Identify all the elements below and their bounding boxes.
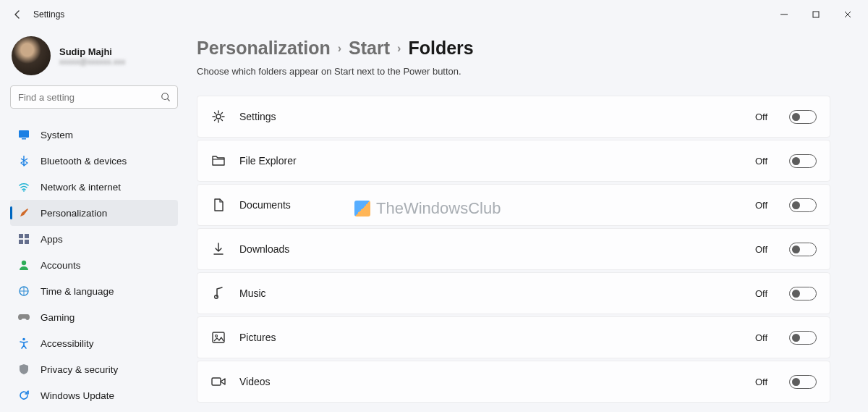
folder-label: Pictures [239,332,742,343]
sidebar-item-label: Network & internet [41,182,121,193]
sidebar-item-label: Time & language [41,286,114,297]
toggle-state-label: Off [755,377,767,387]
system-icon [17,128,30,141]
wifi-icon [17,180,30,193]
close-icon [844,11,851,18]
folder-icon [210,153,226,169]
toggle-settings[interactable] [789,110,817,124]
folder-toggle-list: Settings Off File Explorer Off Documents… [197,96,830,403]
refresh-icon [17,389,30,402]
sidebar-item-label: Windows Update [41,390,114,401]
sidebar-item-privacy[interactable]: Privacy & security [10,356,178,382]
svg-rect-16 [212,378,221,385]
sidebar-item-time-language[interactable]: Time & language [10,278,178,304]
folder-row-music: Music Off [197,272,830,314]
sidebar-item-label: System [41,130,73,140]
sidebar-item-accessibility[interactable]: Accessibility [10,330,178,356]
svg-rect-6 [25,234,29,238]
svg-point-9 [22,261,26,265]
sidebar-item-label: Personalization [41,208,107,219]
sidebar-item-windows-update[interactable]: Windows Update [10,382,178,408]
search [10,85,178,109]
gamepad-icon [17,311,30,324]
minimize-icon [780,11,788,18]
folder-row-documents: Documents Off [197,184,830,226]
paintbrush-icon [17,206,30,219]
sidebar-item-label: Accounts [41,260,81,271]
sidebar-item-bluetooth[interactable]: Bluetooth & devices [10,148,178,174]
svg-point-15 [216,335,218,337]
maximize-icon [812,11,820,18]
folder-label: File Explorer [239,155,742,167]
window-minimize-button[interactable] [768,4,800,25]
toggle-file-explorer[interactable] [789,154,817,168]
chevron-right-icon: › [397,42,401,55]
titlebar: Settings [0,0,868,29]
toggle-pictures[interactable] [789,331,817,345]
toggle-downloads[interactable] [789,243,817,256]
folder-row-settings: Settings Off [197,96,830,138]
svg-rect-8 [25,240,29,244]
sidebar-item-label: Bluetooth & devices [41,156,127,167]
bluetooth-icon [17,154,30,167]
apps-icon [17,232,30,245]
shield-icon [17,363,30,376]
toggle-state-label: Off [755,288,767,299]
sidebar-item-accounts[interactable]: Accounts [10,252,178,278]
toggle-state-label: Off [755,332,767,343]
folder-row-downloads: Downloads Off [197,228,830,270]
sidebar-item-personalization[interactable]: Personalization [10,200,178,226]
svg-point-12 [216,114,221,119]
app-title: Settings [33,9,64,20]
sidebar-item-label: Gaming [41,312,75,323]
svg-point-1 [162,93,169,100]
search-input[interactable] [10,85,178,109]
toggle-state-label: Off [755,156,767,167]
window-controls [768,4,864,25]
image-icon [210,329,226,345]
svg-rect-7 [19,240,23,244]
page-description: Choose which folders appear on Start nex… [197,66,830,77]
sidebar-item-system[interactable]: System [10,122,178,148]
toggle-videos[interactable] [789,375,817,389]
sidebar-item-network[interactable]: Network & internet [10,174,178,200]
folder-label: Music [239,287,742,299]
svg-point-13 [215,295,218,299]
folder-label: Downloads [239,243,742,255]
svg-rect-0 [813,12,819,17]
chevron-right-icon: › [338,42,341,55]
user-email: xxxxx@xxxxxx.xxx [59,57,125,66]
sidebar-item-label: Apps [41,234,63,245]
accessibility-icon [17,337,30,350]
music-icon [210,285,226,301]
breadcrumb: Personalization › Start › Folders [197,38,830,59]
svg-point-4 [23,190,25,192]
sidebar-item-apps[interactable]: Apps [10,226,178,252]
svg-point-11 [22,338,25,341]
globe-clock-icon [17,285,30,298]
user-profile[interactable]: Sudip Majhi xxxxx@xxxxxx.xxx [10,32,178,85]
toggle-state-label: Off [755,244,767,255]
window-maximize-button[interactable] [800,4,832,25]
folder-row-pictures: Pictures Off [197,316,830,358]
folder-row-file-explorer: File Explorer Off [197,140,830,182]
search-icon [161,92,171,102]
folder-row-videos: Videos Off [197,361,830,403]
folder-label: Videos [239,376,742,387]
folder-label: Documents [239,199,742,211]
arrow-left-icon [12,9,23,20]
sidebar: Sudip Majhi xxxxx@xxxxxx.xxx System Bl [0,29,188,412]
toggle-music[interactable] [789,287,817,300]
window-close-button[interactable] [832,4,864,25]
svg-rect-3 [22,138,26,140]
avatar [12,36,51,75]
download-icon [210,241,226,257]
breadcrumb-personalization[interactable]: Personalization [197,38,331,59]
person-icon [17,258,30,272]
back-button[interactable] [4,1,30,28]
document-icon [210,197,226,213]
breadcrumb-start[interactable]: Start [349,38,390,59]
sidebar-item-gaming[interactable]: Gaming [10,304,178,330]
toggle-documents[interactable] [789,198,817,212]
toggle-state-label: Off [755,112,767,122]
